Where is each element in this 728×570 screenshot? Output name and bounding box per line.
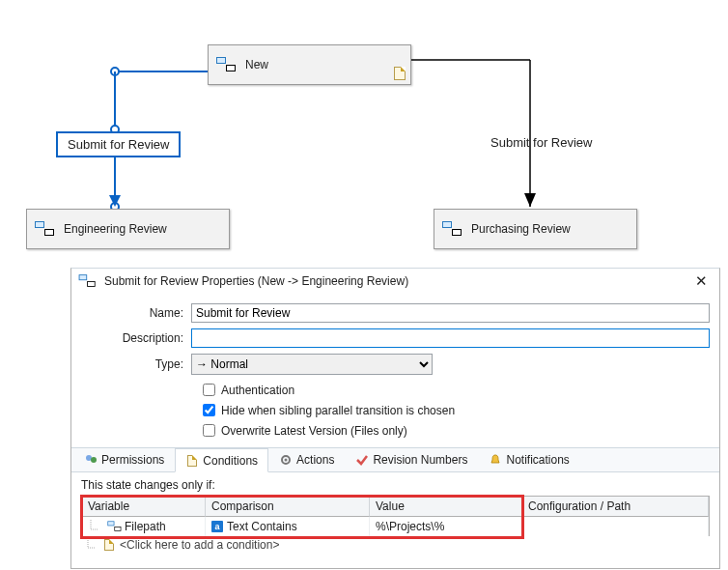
add-condition-label: <Click here to add a condition> — [120, 538, 279, 552]
tab-label: Conditions — [203, 454, 258, 468]
tab-label: Revision Numbers — [373, 453, 467, 467]
col-comparison[interactable]: Comparison — [206, 497, 370, 517]
state-label: New — [245, 58, 403, 71]
description-field[interactable] — [191, 328, 710, 348]
svg-point-10 — [91, 457, 97, 463]
authentication-label: Authentication — [221, 384, 294, 397]
transition-submit-right[interactable]: Submit for Review — [490, 135, 592, 150]
tab-conditions[interactable]: Conditions — [175, 448, 268, 472]
state-label: Engineering Review — [64, 222, 221, 236]
tab-notifications[interactable]: Notifications — [478, 448, 579, 471]
people-icon — [84, 453, 98, 467]
state-new[interactable]: New — [208, 44, 411, 85]
document-icon — [185, 454, 199, 468]
transition-properties-dialog: Submit for Review Properties (New -> Eng… — [70, 268, 720, 569]
cell-comparison: Text Contains — [227, 520, 297, 533]
overwrite-label: Overwrite Latest Version (Files only) — [221, 424, 407, 438]
workflow-icon — [216, 57, 238, 72]
state-purchasing-review[interactable]: Purchasing Review — [434, 209, 637, 249]
col-variable[interactable]: Variable — [82, 497, 206, 517]
dialog-titlebar: Submit for Review Properties (New -> Eng… — [71, 269, 719, 294]
col-config-path[interactable]: Configuration / Path — [522, 497, 709, 517]
conditions-intro: This state changes only if: — [81, 478, 710, 492]
tab-label: Actions — [296, 453, 334, 467]
variable-icon — [107, 521, 118, 531]
svg-point-1 — [111, 68, 119, 75]
condition-row[interactable]: Filepath a Text Contains %\Projects\% — [82, 517, 709, 536]
state-engineering-review[interactable]: Engineering Review — [26, 209, 230, 249]
cell-value: %\Projects\% — [376, 520, 444, 533]
transition-label: Submit for Review — [68, 137, 169, 152]
name-field[interactable] — [191, 303, 710, 323]
svg-marker-8 — [524, 193, 536, 207]
description-label: Description: — [81, 331, 191, 345]
svg-marker-5 — [109, 195, 121, 207]
check-icon — [355, 453, 369, 467]
type-label: Type: — [81, 357, 191, 371]
type-select[interactable]: → Normal — [191, 354, 433, 375]
plus-document-icon — [104, 539, 114, 551]
workflow-icon — [442, 221, 463, 237]
workflow-icon — [35, 221, 56, 237]
tab-revision-numbers[interactable]: Revision Numbers — [345, 448, 478, 471]
overwrite-checkbox[interactable] — [203, 424, 215, 437]
transition-submit-left[interactable]: Submit for Review — [56, 131, 181, 157]
grid-header: Variable Comparison Value Configuration … — [82, 497, 709, 517]
tree-connector-icon — [88, 520, 101, 533]
conditions-grid: Variable Comparison Value Configuration … — [81, 496, 710, 536]
col-value[interactable]: Value — [370, 497, 522, 517]
cell-variable: Filepath — [125, 520, 166, 533]
tab-bar: Permissions Conditions Actions Revision … — [71, 447, 719, 472]
state-label: Purchasing Review — [471, 222, 629, 236]
tab-label: Notifications — [506, 453, 569, 467]
hide-sibling-checkbox[interactable] — [203, 404, 215, 416]
bell-icon — [489, 453, 502, 467]
add-condition-row[interactable]: <Click here to add a condition> — [81, 536, 710, 554]
document-icon — [394, 67, 406, 80]
name-label: Name: — [81, 306, 191, 320]
tab-label: Permissions — [101, 453, 164, 467]
dialog-title: Submit for Review Properties (New -> Eng… — [104, 274, 683, 288]
text-type-icon: a — [211, 521, 223, 532]
svg-point-12 — [285, 459, 288, 462]
tab-permissions[interactable]: Permissions — [73, 448, 175, 471]
close-button[interactable]: ✕ — [688, 272, 714, 290]
authentication-checkbox[interactable] — [203, 384, 215, 396]
tab-actions[interactable]: Actions — [268, 448, 345, 471]
workflow-icon — [79, 274, 98, 288]
tree-connector-icon — [85, 538, 98, 552]
gear-icon — [279, 453, 293, 467]
hide-sibling-label: Hide when sibling parallel transition is… — [221, 404, 455, 417]
